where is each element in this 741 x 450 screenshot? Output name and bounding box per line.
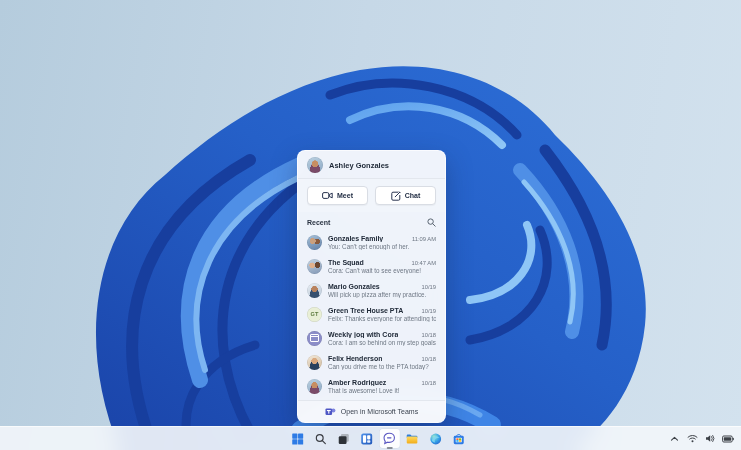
microsoft-store-icon	[452, 433, 464, 445]
microsoft-teams-icon	[325, 407, 336, 416]
tray-chevron-button[interactable]	[668, 432, 680, 446]
chat-list-item[interactable]: Felix Henderson 10/18 Can you drive me t…	[298, 350, 445, 374]
open-in-teams-label: Open in Microsoft Teams	[341, 408, 418, 415]
windows-logo-icon	[291, 433, 303, 445]
microsoft-store-button[interactable]	[448, 429, 468, 448]
chat-avatar	[307, 235, 322, 250]
video-camera-icon	[322, 191, 333, 200]
chat-message-preview: Cora: Can't wait to see everyone!	[328, 267, 436, 274]
recent-label: Recent	[307, 219, 330, 226]
teams-chat-icon	[383, 432, 396, 445]
chat-timestamp: 10/19	[421, 284, 436, 290]
chat-timestamp: 10/18	[421, 332, 436, 338]
calendar-icon	[307, 331, 322, 346]
search-icon[interactable]	[427, 218, 436, 227]
open-in-teams-button[interactable]: Open in Microsoft Teams	[298, 401, 445, 422]
recent-chat-list: Gonzales Family 11:09 AM You: Can't get …	[298, 230, 445, 400]
search-icon	[314, 433, 326, 445]
chat-timestamp: 10:47 AM	[412, 260, 437, 266]
user-avatar[interactable]	[307, 157, 323, 173]
chat-timestamp: 10/18	[421, 380, 436, 386]
compose-icon	[391, 191, 401, 201]
chat-list-item[interactable]: Weekly jog with Cora 10/18 Cora: I am so…	[298, 326, 445, 350]
system-tray	[668, 427, 734, 450]
chat-avatar	[307, 259, 322, 274]
meet-button-label: Meet	[337, 192, 353, 199]
chat-button-label: Chat	[405, 192, 421, 199]
edge-browser-button[interactable]	[425, 429, 445, 448]
battery-icon	[722, 435, 734, 443]
chat-message-preview: You: Can't get enough of her.	[328, 243, 436, 250]
chevron-up-icon	[670, 435, 679, 443]
chat-name: Green Tree House PTA	[328, 307, 403, 314]
start-button[interactable]	[287, 429, 307, 448]
chat-taskbar-button[interactable]	[379, 429, 399, 448]
chat-name: Felix Henderson	[328, 355, 382, 362]
flyout-header: Ashley Gonzales	[298, 151, 445, 178]
volume-button[interactable]	[704, 432, 716, 446]
widgets-button[interactable]	[356, 429, 376, 448]
chat-timestamp: 10/18	[421, 356, 436, 362]
edge-browser-icon	[429, 433, 441, 445]
chat-avatar: GT	[307, 307, 322, 322]
flyout-actions: Meet Chat	[298, 179, 445, 212]
chat-timestamp: 10/19	[421, 308, 436, 314]
chat-name: Mario Gonzales	[328, 283, 380, 290]
chat-name: Weekly jog with Cora	[328, 331, 398, 338]
user-name: Ashley Gonzales	[329, 161, 389, 170]
teams-chat-flyout: Ashley Gonzales Meet Chat Recent Gonzale…	[297, 150, 446, 423]
chat-message-preview: That is awesome! Love it!	[328, 387, 436, 394]
chat-message-preview: Cora: I am so behind on my step goals.	[328, 339, 436, 346]
task-view-button[interactable]	[333, 429, 353, 448]
chat-button[interactable]: Chat	[375, 186, 436, 205]
chat-avatar	[307, 283, 322, 298]
chat-message-preview: Will pick up pizza after my practice.	[328, 291, 436, 298]
recent-header-row: Recent	[298, 212, 445, 230]
search-button[interactable]	[310, 429, 330, 448]
chat-name: Gonzales Family	[328, 235, 383, 242]
chat-message-preview: Felix: Thanks everyone for attending tod…	[328, 315, 436, 322]
chat-name: The Squad	[328, 259, 364, 266]
meet-button[interactable]: Meet	[307, 186, 368, 205]
file-explorer-button[interactable]	[402, 429, 422, 448]
folder-icon	[406, 433, 419, 445]
chat-name: Amber Rodriguez	[328, 379, 386, 386]
wifi-icon	[687, 434, 698, 443]
volume-icon	[705, 434, 715, 443]
widgets-icon	[360, 433, 372, 445]
chat-avatar	[307, 379, 322, 394]
battery-button[interactable]	[722, 432, 734, 446]
task-view-icon	[337, 433, 349, 445]
network-button[interactable]	[686, 432, 698, 446]
chat-list-item[interactable]: GT Green Tree House PTA 10/19 Felix: Tha…	[298, 302, 445, 326]
chat-message-preview: Can you drive me to the PTA today?	[328, 363, 436, 370]
taskbar	[0, 426, 741, 450]
chat-avatar	[307, 355, 322, 370]
chat-list-item[interactable]: Mario Gonzales 10/19 Will pick up pizza …	[298, 278, 445, 302]
chat-timestamp: 11:09 AM	[412, 236, 436, 242]
chat-list-item[interactable]: Gonzales Family 11:09 AM You: Can't get …	[298, 230, 445, 254]
chat-list-item[interactable]: The Squad 10:47 AM Cora: Can't wait to s…	[298, 254, 445, 278]
chat-list-item[interactable]: Amber Rodriguez 10/18 That is awesome! L…	[298, 374, 445, 398]
taskbar-center-icons	[287, 427, 468, 450]
